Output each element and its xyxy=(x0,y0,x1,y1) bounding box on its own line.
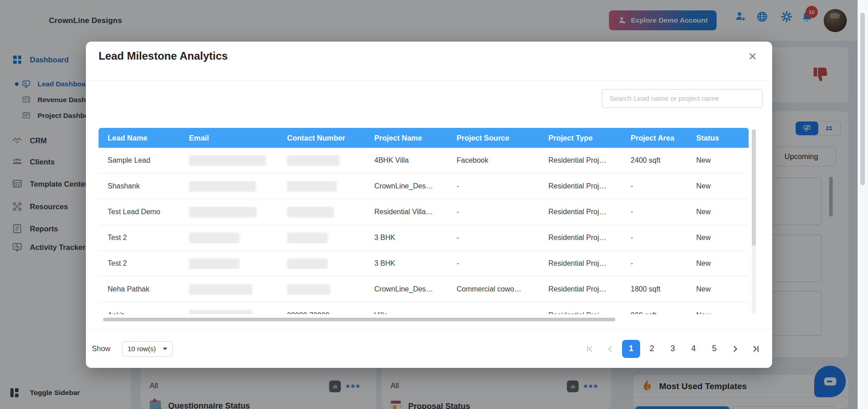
column-header-project-area: Project Area xyxy=(622,134,687,142)
page-button-5[interactable]: 5 xyxy=(705,340,723,358)
page-scrollbar-thumb[interactable] xyxy=(860,13,865,185)
redacted-contact-block xyxy=(287,258,328,269)
cell-email xyxy=(180,207,278,218)
cell-lead-name: Test Lead Demo xyxy=(99,208,180,216)
table-header-row: Lead NameEmailContact NumberProject Name… xyxy=(99,128,749,148)
page-scrollbar[interactable] xyxy=(858,0,868,409)
cell-status: New xyxy=(687,234,750,242)
table-row: Ankit00000 70000Villa-Residential Proj…9… xyxy=(99,302,749,314)
modal-footer: Show 10 row(s) 12345 xyxy=(86,329,772,368)
redacted-contact-block xyxy=(287,284,330,295)
cell-project-area: 2400 sqft xyxy=(622,156,687,165)
cell-project-type: Residential Proj… xyxy=(539,285,622,293)
cell-lead-name: Sample Lead xyxy=(99,156,180,165)
column-header-contact-number: Contact Number xyxy=(278,134,365,142)
previous-page-button[interactable] xyxy=(601,340,619,358)
cell-project-name: CrownLine_Des… xyxy=(365,182,448,190)
cell-project-source: - xyxy=(448,311,539,315)
cell-lead-name: Test 2 xyxy=(99,234,180,242)
page-button-3[interactable]: 3 xyxy=(664,340,682,358)
last-page-button[interactable] xyxy=(747,340,765,358)
redacted-contact-block xyxy=(287,155,340,166)
column-header-email: Email xyxy=(180,134,278,142)
table-row: Test Lead DemoResidential Villa…-Residen… xyxy=(99,199,749,225)
cell-status: New xyxy=(687,259,750,268)
partial-table-row: Ankit00000 70000Villa-Residential Proj…9… xyxy=(99,302,749,314)
cell-project-area: - xyxy=(622,259,687,268)
cell-project-area: 900 sqft xyxy=(622,311,687,315)
table-row: Sample Lead4BHK VillaFacebookResidential… xyxy=(99,148,749,174)
rows-per-page-value: 10 row(s) xyxy=(127,345,156,353)
cell-project-area: 1800 sqft xyxy=(622,285,687,293)
redacted-email-block xyxy=(189,232,240,244)
cell-project-type: Residential Proj… xyxy=(539,311,622,315)
column-header-project-name: Project Name xyxy=(365,134,448,142)
cell-status: New xyxy=(687,182,750,190)
cell-email xyxy=(180,310,278,314)
cell-lead-name: Neha Pathak xyxy=(99,285,180,293)
cell-contact-number xyxy=(278,232,365,244)
show-label: Show xyxy=(92,344,110,353)
column-header-status: Status xyxy=(687,134,750,142)
redacted-email-block xyxy=(189,155,266,166)
cell-project-type: Residential Proj… xyxy=(539,156,622,165)
pagination: 12345 xyxy=(580,340,765,358)
cell-lead-name: Test 2 xyxy=(99,259,180,268)
chevron-down-icon xyxy=(163,348,167,350)
cell-project-source: - xyxy=(448,182,539,190)
redacted-contact-block xyxy=(287,232,328,244)
cell-project-name: CrownLine_Des… xyxy=(365,285,448,293)
page-button-4[interactable]: 4 xyxy=(684,340,703,358)
cell-project-name: 3 BHK xyxy=(365,259,448,268)
table-row: ShashankCrownLine_Des…-Residential Proj…… xyxy=(99,174,749,199)
cell-status: New xyxy=(687,156,750,165)
cell-project-type: Residential Proj… xyxy=(539,182,622,190)
redacted-contact-block xyxy=(287,181,337,192)
cell-contact-number xyxy=(278,207,365,218)
cell-contact-number xyxy=(278,155,365,166)
table-vertical-scrollbar[interactable] xyxy=(752,129,756,315)
cell-project-source: - xyxy=(448,234,539,242)
next-page-button[interactable] xyxy=(726,340,744,358)
cell-project-area: - xyxy=(622,182,687,190)
table-horizontal-scrollbar-thumb[interactable] xyxy=(103,318,615,321)
modal-title: Lead Milestone Analytics xyxy=(99,50,228,62)
cell-project-type: Residential Proj… xyxy=(539,259,622,268)
redacted-contact-block xyxy=(287,207,334,218)
table-body: Sample Lead4BHK VillaFacebookResidential… xyxy=(99,148,749,302)
column-header-project-type: Project Type xyxy=(539,134,622,142)
page-button-1[interactable]: 1 xyxy=(622,340,640,358)
cell-contact-number: 00000 70000 xyxy=(278,311,365,315)
rows-per-page-select[interactable]: 10 row(s) xyxy=(122,341,173,357)
column-header-project-source: Project Source xyxy=(448,134,539,142)
cell-contact-number xyxy=(278,258,365,269)
lead-milestone-analytics-modal: Lead Milestone Analytics × Lead NameEmai… xyxy=(86,42,772,368)
page-button-2[interactable]: 2 xyxy=(643,340,661,358)
cell-status: New xyxy=(687,311,749,315)
cell-project-type: Residential Proj… xyxy=(539,234,622,242)
cell-project-area: - xyxy=(622,208,687,216)
cell-email xyxy=(180,284,278,295)
cell-project-name: Residential Villa… xyxy=(365,208,448,216)
lead-table: Lead NameEmailContact NumberProject Name… xyxy=(99,128,749,314)
redacted-email-block xyxy=(189,181,256,192)
redacted-email-block xyxy=(189,310,252,314)
cell-contact-number xyxy=(278,181,365,192)
cell-project-type: Residential Proj… xyxy=(539,208,622,216)
column-header-lead-name: Lead Name xyxy=(99,134,180,142)
cell-email xyxy=(180,258,278,269)
cell-project-source: Facebook xyxy=(448,156,539,165)
table-vertical-scrollbar-thumb[interactable] xyxy=(752,129,756,246)
search-input[interactable] xyxy=(602,89,763,108)
cell-email xyxy=(180,181,278,192)
cell-project-name: 3 BHK xyxy=(365,234,448,242)
redacted-email-block xyxy=(189,284,252,295)
close-icon[interactable]: × xyxy=(748,49,757,63)
cell-contact-number xyxy=(278,284,365,295)
divider xyxy=(86,80,772,80)
first-page-button[interactable] xyxy=(580,340,599,358)
cell-project-name: 4BHK Villa xyxy=(365,156,448,165)
cell-project-source: Commercial cowo… xyxy=(448,285,539,293)
cell-lead-name: Ankit xyxy=(99,311,180,315)
cell-status: New xyxy=(687,285,750,293)
